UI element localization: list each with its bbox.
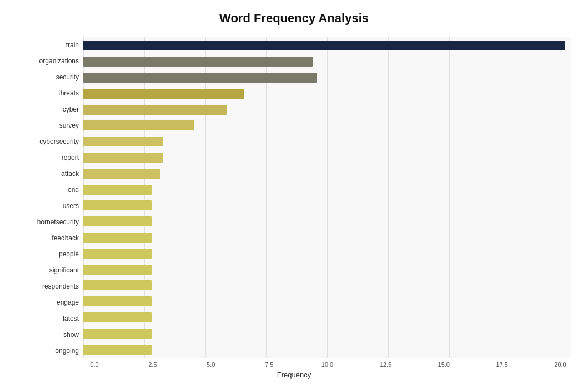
y-label: latest [17,311,79,326]
bar-row [83,184,571,196]
y-label: engage [17,295,79,310]
y-label: show [17,327,79,342]
plot-area [83,37,571,358]
x-tick: 2.5 [142,361,164,368]
bar-row [83,295,571,307]
x-tick: 0.0 [83,361,105,368]
bar-row [83,327,571,340]
y-label: threats [17,86,79,100]
bar [83,105,227,115]
bar [83,185,152,195]
bar-row [83,343,571,356]
bar-row [83,104,571,116]
bar-row [83,231,571,244]
chart-container: Word Frequency Analysis trainorganizatio… [0,0,588,389]
x-tick: 15.0 [433,361,455,368]
bar-row [83,119,571,132]
y-label: people [17,247,79,261]
y-label: attack [17,166,79,181]
x-axis-label: Frequency [17,371,571,379]
x-axis: 0.02.55.07.510.012.515.017.520.0 [83,361,571,368]
bar-row [83,72,571,84]
bar-row [83,151,571,164]
bar [83,312,152,322]
x-tick: 12.5 [374,361,396,368]
bar-row [83,135,571,148]
x-tick: 7.5 [258,361,280,368]
chart-title: Word Frequency Analysis [17,11,571,26]
y-label: ongoing [17,343,79,358]
bar-row [83,39,571,52]
x-tick: 10.0 [316,361,339,368]
bar [83,57,313,67]
bar [83,216,152,226]
x-tick: 20.0 [549,361,571,368]
y-label: hornetsecurity [17,215,79,229]
bar-row [83,55,571,68]
y-label: train [17,38,79,52]
bar-row [83,199,571,211]
bar [83,137,163,146]
bar [83,249,152,259]
y-label: end [17,183,79,197]
bar [83,120,194,130]
bar-row [83,311,571,324]
y-label: cyber [17,102,79,117]
chart-area: trainorganizationssecuritythreatscybersu… [17,37,571,358]
bar [83,345,152,355]
x-tick: 5.0 [200,361,222,368]
bar-row [83,264,571,276]
y-label: organizations [17,54,79,68]
bar [83,200,152,210]
y-label: significant [17,263,79,277]
bar-row [83,88,571,100]
bar [83,280,152,290]
y-label: survey [17,118,79,133]
bar [83,169,160,179]
bar-row [83,279,571,291]
bar [83,153,163,163]
y-axis: trainorganizationssecuritythreatscybersu… [17,37,83,358]
x-tick: 17.5 [491,361,513,368]
bar [83,89,244,99]
y-label: report [17,150,79,165]
bar [83,233,152,243]
bar-row [83,247,571,260]
y-label: security [17,70,79,84]
bar [83,41,565,50]
bar-row [83,168,571,180]
y-label: feedback [17,231,79,245]
bar [83,73,317,83]
bar [83,296,152,306]
y-label: cybersecurity [17,134,79,149]
bar [83,265,152,275]
bar-row [83,215,571,228]
y-label: respondents [17,279,79,294]
y-label: users [17,199,79,213]
bars-wrapper [83,37,571,358]
bar [83,329,152,339]
